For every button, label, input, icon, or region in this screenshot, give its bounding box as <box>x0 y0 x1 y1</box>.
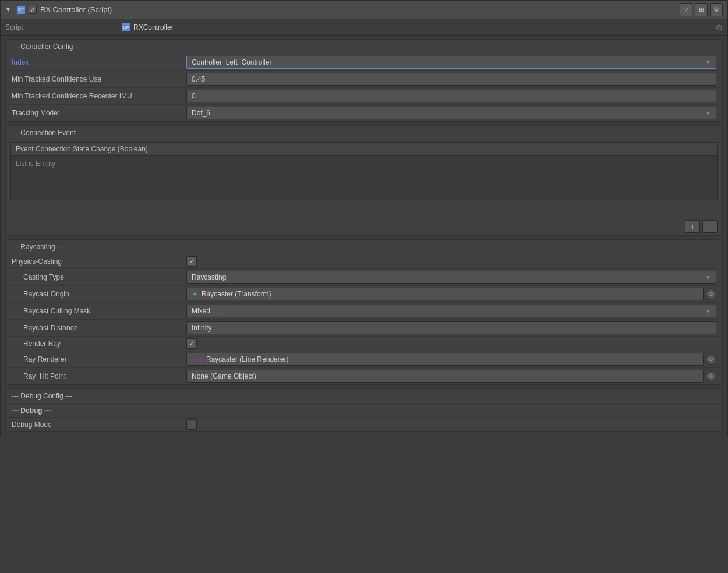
min-tracked-confidence-use-field[interactable]: 0.45 <box>186 73 716 86</box>
debug-mode-label: Debug Mode <box>12 420 186 429</box>
ray-hit-point-select-btn[interactable]: ⊙ <box>706 371 716 381</box>
raycast-origin-label: Raycast Origin <box>12 290 186 298</box>
event-list-header: Event Connection State Change (Boolean) <box>11 143 717 156</box>
ray-renderer-field[interactable]: ⟿ Raycaster (Line Renderer) <box>186 353 704 366</box>
line-renderer-icon: ⟿ <box>192 355 203 364</box>
tracking-mode-arrow-icon: ▼ <box>705 110 711 116</box>
physics-casting-label: Physics-Casting <box>12 257 186 266</box>
render-ray-row: Render Ray <box>6 336 722 351</box>
raycast-distance-row: Raycast Distance Infinity <box>6 319 722 336</box>
min-tracked-confidence-recenter-label: Min Tracked Confidence Recenter IMU <box>12 92 186 100</box>
min-tracked-confidence-use-label: Min Tracked Confidence Use <box>12 75 186 83</box>
raycast-culling-mask-row: Raycast Culling Mask Mixed ... ▼ <box>6 302 722 319</box>
csharp-icon: C# <box>17 6 25 14</box>
debug-mode-checkbox-control[interactable] <box>186 419 197 430</box>
settings-icon[interactable]: ⚙ <box>710 3 723 16</box>
controller-config-section: --- Controller Config --- Index Controll… <box>5 39 723 122</box>
render-ray-checkbox <box>186 338 716 349</box>
component-title: RX Controller (Script) <box>40 5 676 14</box>
min-tracked-confidence-recenter-row: Min Tracked Confidence Recenter IMU 0 <box>6 87 722 104</box>
debug-mode-row: Debug Mode <box>6 417 722 431</box>
index-label: Index <box>12 58 186 66</box>
casting-type-dropdown-control[interactable]: Raycasting ▼ <box>186 271 716 284</box>
connection-event-title: --- Connection Event --- <box>6 126 722 140</box>
raycast-culling-mask-label: Raycast Culling Mask <box>12 307 186 315</box>
tracking-mode-dropdown-control[interactable]: Dof_6 ▼ <box>186 107 716 119</box>
min-tracked-confidence-recenter-field[interactable]: 0 <box>186 90 716 102</box>
script-row: Script C# RXController ⊙ <box>1 19 727 36</box>
transform-icon: ✦ <box>192 290 198 299</box>
tracking-mode-dropdown[interactable]: Dof_6 ▼ <box>186 107 716 119</box>
min-tracked-confidence-recenter-value: 0 <box>186 90 716 102</box>
ray-hit-point-row: Ray_Hit Point None (Game Object) ⊙ <box>6 367 722 384</box>
connection-event-section: --- Connection Event --- Event Connectio… <box>5 125 723 236</box>
physics-casting-checkbox-control[interactable] <box>186 256 197 267</box>
raycasting-title: --- Raycasting --- <box>6 240 722 254</box>
render-ray-label: Render Ray <box>12 339 186 348</box>
debug-config-section: --- Debug Config --- --- Debug --- Debug… <box>5 388 723 432</box>
tracking-mode-label: Tracking Mode: <box>12 109 186 117</box>
raycast-distance-value: Infinity <box>186 321 716 334</box>
index-field-row: Index Controller_Left_Controller ▼ <box>6 54 722 70</box>
raycasting-section: --- Raycasting --- Physics-Casting Casti… <box>5 239 723 385</box>
component-panel: ▼ C# RX Controller (Script) ? ⊞ ⚙ Script… <box>0 0 728 436</box>
ray-renderer-label: Ray Renderer <box>12 355 186 363</box>
script-file-icon: C# <box>122 23 130 31</box>
component-header: ▼ C# RX Controller (Script) ? ⊞ ⚙ <box>1 1 727 19</box>
raycast-origin-row: Raycast Origin ✦ Raycaster (Transform) ⊙ <box>6 285 722 302</box>
min-tracked-confidence-use-row: Min Tracked Confidence Use 0.45 <box>6 70 722 87</box>
debug-sub-title-row: --- Debug --- <box>6 403 722 417</box>
raycast-distance-label: Raycast Distance <box>12 324 186 332</box>
add-event-button[interactable]: + <box>685 220 700 233</box>
ray-renderer-field-container: ⟿ Raycaster (Line Renderer) ⊙ <box>186 353 716 366</box>
casting-type-row: Casting Type Raycasting ▼ <box>6 268 722 285</box>
ray-renderer-select-btn[interactable]: ⊙ <box>706 354 716 365</box>
physics-casting-checkbox <box>186 256 716 267</box>
collapse-arrow-icon[interactable]: ▼ <box>5 6 11 13</box>
raycast-origin-field[interactable]: ✦ Raycaster (Transform) <box>186 288 704 300</box>
controller-config-title: --- Controller Config --- <box>6 40 722 54</box>
help-icon[interactable]: ? <box>680 3 692 16</box>
preset-icon[interactable]: ⊞ <box>695 3 708 16</box>
ray-renderer-row: Ray Renderer ⟿ Raycaster (Line Renderer)… <box>6 351 722 367</box>
raycast-distance-field[interactable]: Infinity <box>186 321 716 334</box>
casting-type-label: Casting Type <box>12 273 186 281</box>
ray-hit-point-field[interactable]: None (Game Object) <box>186 370 704 383</box>
remove-event-button[interactable]: − <box>702 220 718 233</box>
raycast-culling-mask-dropdown-control[interactable]: Mixed ... ▼ <box>186 305 716 317</box>
casting-type-arrow-icon: ▼ <box>705 274 711 281</box>
debug-config-title: --- Debug Config --- <box>6 389 722 403</box>
refresh-icon[interactable]: ⊙ <box>716 23 723 32</box>
header-icons: ? ⊞ ⚙ <box>680 3 723 16</box>
raycast-origin-field-container: ✦ Raycaster (Transform) ⊙ <box>186 288 716 300</box>
script-value: C# RXController ⊙ <box>122 23 723 32</box>
ray-hit-point-label: Ray_Hit Point <box>12 372 186 380</box>
debug-mode-checkbox <box>186 419 716 430</box>
physics-casting-row: Physics-Casting <box>6 254 722 268</box>
min-tracked-confidence-use-value: 0.45 <box>186 73 716 86</box>
raycast-culling-mask-dropdown[interactable]: Mixed ... ▼ <box>186 305 716 317</box>
tracking-mode-row: Tracking Mode: Dof_6 ▼ <box>6 104 722 121</box>
casting-type-dropdown[interactable]: Raycasting ▼ <box>186 271 716 284</box>
script-name: RXController <box>133 23 174 31</box>
event-buttons: + − <box>6 218 722 235</box>
script-label: Script <box>5 23 122 31</box>
event-list-container: Event Connection State Change (Boolean) … <box>10 142 718 200</box>
render-ray-checkbox-control[interactable] <box>186 338 197 349</box>
raycast-origin-select-btn[interactable]: ⊙ <box>706 289 716 299</box>
checkbox-enabled[interactable] <box>29 6 37 14</box>
index-dropdown[interactable]: Controller_Left_Controller ▼ <box>186 56 716 69</box>
debug-sub-title: --- Debug --- <box>12 406 186 415</box>
culling-mask-arrow-icon: ▼ <box>705 308 711 314</box>
index-dropdown-control[interactable]: Controller_Left_Controller ▼ <box>186 56 716 69</box>
ray-hit-point-field-container: None (Game Object) ⊙ <box>186 370 716 383</box>
dropdown-arrow-icon: ▼ <box>705 59 711 66</box>
event-list-empty: List is Empty <box>11 156 717 171</box>
